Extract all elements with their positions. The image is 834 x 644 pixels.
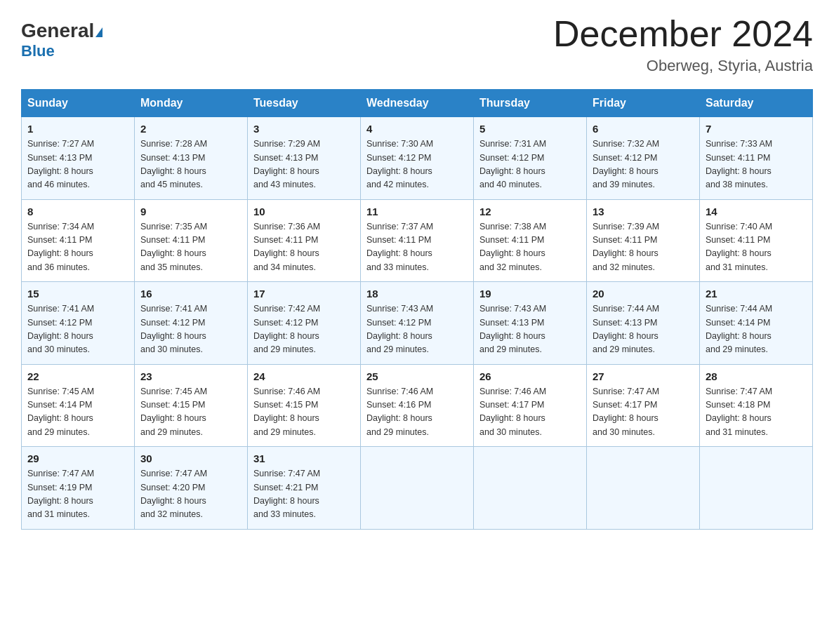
table-row: 21 Sunrise: 7:44 AM Sunset: 4:14 PM Dayl… bbox=[700, 282, 813, 365]
day-number: 24 bbox=[253, 370, 355, 382]
month-year-title: December 2024 bbox=[553, 14, 813, 54]
day-info: Sunrise: 7:34 AM Sunset: 4:11 PM Dayligh… bbox=[27, 220, 128, 275]
title-block: December 2024 Oberweg, Styria, Austria bbox=[553, 14, 813, 75]
day-info: Sunrise: 7:44 AM Sunset: 4:13 PM Dayligh… bbox=[593, 302, 694, 357]
day-number: 11 bbox=[366, 206, 468, 217]
logo-triangle-icon bbox=[95, 27, 102, 37]
day-number: 20 bbox=[593, 288, 694, 300]
table-row: 24 Sunrise: 7:46 AM Sunset: 4:15 PM Dayl… bbox=[248, 364, 361, 447]
table-row: 18 Sunrise: 7:43 AM Sunset: 4:12 PM Dayl… bbox=[361, 282, 474, 365]
day-number: 30 bbox=[140, 452, 241, 464]
table-row: 4 Sunrise: 7:30 AM Sunset: 4:12 PM Dayli… bbox=[361, 117, 474, 200]
table-row: 8 Sunrise: 7:34 AM Sunset: 4:11 PM Dayli… bbox=[22, 199, 135, 282]
day-number: 26 bbox=[479, 370, 581, 382]
table-row: 10 Sunrise: 7:36 AM Sunset: 4:11 PM Dayl… bbox=[248, 199, 361, 282]
table-row: 31 Sunrise: 7:47 AM Sunset: 4:21 PM Dayl… bbox=[248, 447, 361, 530]
page-header: General Blue December 2024 Oberweg, Styr… bbox=[21, 14, 813, 75]
day-info: Sunrise: 7:36 AM Sunset: 4:11 PM Dayligh… bbox=[253, 220, 355, 275]
table-row: 17 Sunrise: 7:42 AM Sunset: 4:12 PM Dayl… bbox=[248, 282, 361, 365]
logo-blue: Blue bbox=[21, 42, 55, 60]
day-number: 12 bbox=[479, 206, 581, 217]
col-friday: Friday bbox=[587, 90, 700, 117]
table-row: 11 Sunrise: 7:37 AM Sunset: 4:11 PM Dayl… bbox=[361, 199, 474, 282]
table-row: 7 Sunrise: 7:33 AM Sunset: 4:11 PM Dayli… bbox=[700, 117, 813, 200]
day-info: Sunrise: 7:43 AM Sunset: 4:13 PM Dayligh… bbox=[479, 302, 581, 357]
day-number: 6 bbox=[593, 123, 694, 135]
day-info: Sunrise: 7:38 AM Sunset: 4:11 PM Dayligh… bbox=[479, 220, 581, 275]
day-number: 15 bbox=[27, 288, 128, 300]
col-tuesday: Tuesday bbox=[248, 90, 361, 117]
table-row: 9 Sunrise: 7:35 AM Sunset: 4:11 PM Dayli… bbox=[135, 199, 248, 282]
day-info: Sunrise: 7:39 AM Sunset: 4:11 PM Dayligh… bbox=[593, 220, 694, 275]
calendar-week-3: 15 Sunrise: 7:41 AM Sunset: 4:12 PM Dayl… bbox=[22, 282, 813, 365]
day-number: 27 bbox=[593, 370, 694, 382]
calendar-week-1: 1 Sunrise: 7:27 AM Sunset: 4:13 PM Dayli… bbox=[22, 117, 813, 200]
col-monday: Monday bbox=[135, 90, 248, 117]
day-number: 9 bbox=[140, 206, 241, 217]
table-row: 22 Sunrise: 7:45 AM Sunset: 4:14 PM Dayl… bbox=[22, 364, 135, 447]
day-info: Sunrise: 7:40 AM Sunset: 4:11 PM Dayligh… bbox=[706, 220, 807, 275]
day-info: Sunrise: 7:46 AM Sunset: 4:15 PM Dayligh… bbox=[253, 385, 355, 440]
day-number: 16 bbox=[140, 288, 241, 300]
day-info: Sunrise: 7:46 AM Sunset: 4:17 PM Dayligh… bbox=[479, 385, 581, 440]
day-info: Sunrise: 7:44 AM Sunset: 4:14 PM Dayligh… bbox=[706, 302, 807, 357]
day-info: Sunrise: 7:41 AM Sunset: 4:12 PM Dayligh… bbox=[140, 302, 241, 357]
day-number: 10 bbox=[253, 206, 355, 217]
calendar-week-2: 8 Sunrise: 7:34 AM Sunset: 4:11 PM Dayli… bbox=[22, 199, 813, 282]
table-row: 26 Sunrise: 7:46 AM Sunset: 4:17 PM Dayl… bbox=[474, 364, 587, 447]
day-info: Sunrise: 7:29 AM Sunset: 4:13 PM Dayligh… bbox=[253, 137, 355, 192]
day-info: Sunrise: 7:42 AM Sunset: 4:12 PM Dayligh… bbox=[253, 302, 355, 357]
day-number: 18 bbox=[366, 288, 468, 300]
table-row: 20 Sunrise: 7:44 AM Sunset: 4:13 PM Dayl… bbox=[587, 282, 700, 365]
day-info: Sunrise: 7:43 AM Sunset: 4:12 PM Dayligh… bbox=[366, 302, 468, 357]
table-row: 1 Sunrise: 7:27 AM Sunset: 4:13 PM Dayli… bbox=[22, 117, 135, 200]
table-row: 30 Sunrise: 7:47 AM Sunset: 4:20 PM Dayl… bbox=[135, 447, 248, 530]
day-info: Sunrise: 7:28 AM Sunset: 4:13 PM Dayligh… bbox=[140, 137, 241, 192]
day-number: 2 bbox=[140, 123, 241, 135]
logo-general: General bbox=[21, 20, 94, 41]
table-row: 23 Sunrise: 7:45 AM Sunset: 4:15 PM Dayl… bbox=[135, 364, 248, 447]
calendar-table: Sunday Monday Tuesday Wednesday Thursday… bbox=[21, 89, 813, 530]
day-info: Sunrise: 7:47 AM Sunset: 4:21 PM Dayligh… bbox=[253, 467, 355, 522]
day-number: 21 bbox=[706, 288, 807, 300]
calendar-week-4: 22 Sunrise: 7:45 AM Sunset: 4:14 PM Dayl… bbox=[22, 364, 813, 447]
day-number: 5 bbox=[479, 123, 581, 135]
day-number: 23 bbox=[140, 370, 241, 382]
table-row bbox=[361, 447, 474, 530]
table-row: 3 Sunrise: 7:29 AM Sunset: 4:13 PM Dayli… bbox=[248, 117, 361, 200]
table-row: 2 Sunrise: 7:28 AM Sunset: 4:13 PM Dayli… bbox=[135, 117, 248, 200]
day-info: Sunrise: 7:45 AM Sunset: 4:14 PM Dayligh… bbox=[27, 385, 128, 440]
day-number: 29 bbox=[27, 452, 128, 464]
table-row: 16 Sunrise: 7:41 AM Sunset: 4:12 PM Dayl… bbox=[135, 282, 248, 365]
day-info: Sunrise: 7:33 AM Sunset: 4:11 PM Dayligh… bbox=[706, 137, 807, 192]
table-row: 25 Sunrise: 7:46 AM Sunset: 4:16 PM Dayl… bbox=[361, 364, 474, 447]
table-row: 29 Sunrise: 7:47 AM Sunset: 4:19 PM Dayl… bbox=[22, 447, 135, 530]
calendar-week-5: 29 Sunrise: 7:47 AM Sunset: 4:19 PM Dayl… bbox=[22, 447, 813, 530]
table-row: 12 Sunrise: 7:38 AM Sunset: 4:11 PM Dayl… bbox=[474, 199, 587, 282]
logo-text: General bbox=[21, 21, 102, 41]
col-wednesday: Wednesday bbox=[361, 90, 474, 117]
table-row bbox=[587, 447, 700, 530]
day-info: Sunrise: 7:31 AM Sunset: 4:12 PM Dayligh… bbox=[479, 137, 581, 192]
location-subtitle: Oberweg, Styria, Austria bbox=[553, 57, 813, 75]
day-info: Sunrise: 7:45 AM Sunset: 4:15 PM Dayligh… bbox=[140, 385, 241, 440]
day-number: 17 bbox=[253, 288, 355, 300]
table-row: 14 Sunrise: 7:40 AM Sunset: 4:11 PM Dayl… bbox=[700, 199, 813, 282]
calendar-header-row: Sunday Monday Tuesday Wednesday Thursday… bbox=[22, 90, 813, 117]
day-number: 28 bbox=[706, 370, 807, 382]
day-number: 8 bbox=[27, 206, 128, 217]
day-info: Sunrise: 7:35 AM Sunset: 4:11 PM Dayligh… bbox=[140, 220, 241, 275]
day-info: Sunrise: 7:47 AM Sunset: 4:17 PM Dayligh… bbox=[593, 385, 694, 440]
table-row: 5 Sunrise: 7:31 AM Sunset: 4:12 PM Dayli… bbox=[474, 117, 587, 200]
day-info: Sunrise: 7:30 AM Sunset: 4:12 PM Dayligh… bbox=[366, 137, 468, 192]
col-sunday: Sunday bbox=[22, 90, 135, 117]
day-info: Sunrise: 7:47 AM Sunset: 4:19 PM Dayligh… bbox=[27, 467, 128, 522]
day-number: 19 bbox=[479, 288, 581, 300]
col-saturday: Saturday bbox=[700, 90, 813, 117]
table-row bbox=[474, 447, 587, 530]
day-number: 22 bbox=[27, 370, 128, 382]
day-info: Sunrise: 7:32 AM Sunset: 4:12 PM Dayligh… bbox=[593, 137, 694, 192]
table-row: 13 Sunrise: 7:39 AM Sunset: 4:11 PM Dayl… bbox=[587, 199, 700, 282]
table-row: 27 Sunrise: 7:47 AM Sunset: 4:17 PM Dayl… bbox=[587, 364, 700, 447]
day-number: 3 bbox=[253, 123, 355, 135]
